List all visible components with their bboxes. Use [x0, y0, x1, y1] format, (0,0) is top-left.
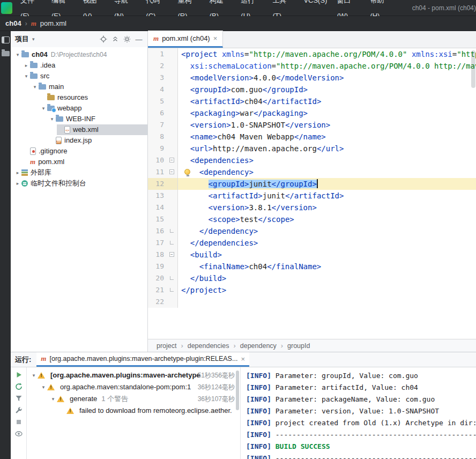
tree-item-web-inf[interactable]: ▾WEB-INF: [48, 114, 147, 124]
code-text[interactable]: <url>http://maven.apache.org</url>: [178, 143, 476, 154]
chevron-down-icon[interactable]: ▾: [40, 381, 47, 393]
code-text[interactable]: <artifactId>ch04</artifactId>: [178, 95, 476, 107]
filter-icon[interactable]: [14, 394, 23, 403]
code-token: <scope>: [209, 215, 240, 224]
run-icon[interactable]: [14, 371, 23, 379]
code-text[interactable]: <dependency>: [178, 166, 476, 178]
stop-icon[interactable]: [14, 418, 23, 426]
navigation-bar: ch04 › m pom.xml: [0, 16, 476, 31]
code-line-6: 6 <packaging>war</packaging>: [148, 107, 476, 119]
breadcrumb-project[interactable]: ch04: [5, 19, 21, 27]
fold-gutter: [167, 143, 178, 154]
run-tree-item-org-apache-maven-plugins-maven[interactable]: ▾![org.apache.maven.plugins:maven-archet…: [27, 369, 240, 381]
code-text[interactable]: xsi:schemaLocation="http://maven.apache.…: [178, 60, 476, 72]
maven-settings-icon[interactable]: [14, 406, 23, 414]
code-text[interactable]: [178, 296, 476, 308]
fold-gutter: [167, 119, 178, 131]
chevron-right-icon[interactable]: ▸: [14, 167, 21, 178]
tree-item-label: pom.xml: [38, 157, 64, 167]
close-icon[interactable]: ×: [213, 34, 218, 42]
run-tree-item-generate[interactable]: ▾!generate1 个警告36秒107毫秒: [27, 393, 240, 405]
tree-item-gitignore[interactable]: .gitignore: [23, 146, 147, 157]
tree-item-webapp[interactable]: ▾webapp: [40, 103, 147, 114]
fold-collapse-icon[interactable]: −: [169, 252, 174, 257]
breadcrumb-groupid[interactable]: groupId: [287, 342, 310, 350]
code-text[interactable]: </project>: [178, 284, 476, 296]
chevron-down-icon[interactable]: ▾: [49, 393, 57, 405]
code-text[interactable]: <scope>test</scope>: [178, 213, 476, 225]
code-token: <groupId>: [190, 85, 231, 94]
editor-tab-pom[interactable]: m pom.xml (ch04) ×: [148, 31, 223, 48]
code-text[interactable]: <name>ch04 Maven Webapp</name>: [178, 131, 476, 143]
project-panel-title[interactable]: 项目: [15, 34, 29, 44]
hide-panel-button[interactable]: —: [135, 35, 143, 43]
tree-item-resources[interactable]: resources: [40, 92, 147, 103]
code-text[interactable]: <groupId>junit</groupId>: [178, 178, 476, 190]
code-text[interactable]: </build>: [178, 272, 476, 284]
run-console[interactable]: [INFO] Parameter: groupId, Value: com.gu…: [240, 367, 476, 459]
code-text[interactable]: <project xmlns="http://maven.apache.org/…: [178, 48, 476, 60]
run-tree-item-failed-to-download-from-remote[interactable]: !failed to download from remoteorg.eclip…: [27, 405, 240, 417]
tree-item-idea[interactable]: ▸.idea: [23, 60, 147, 71]
intention-bulb-icon[interactable]: [184, 169, 190, 175]
chevron-down-icon[interactable]: ▾: [14, 49, 21, 60]
code-text[interactable]: <artifactId>junit</artifactId>: [178, 190, 476, 202]
fold-marker[interactable]: [167, 272, 178, 284]
fold-marker[interactable]: −: [167, 166, 178, 178]
code-text[interactable]: <version>1.0-SNAPSHOT</version>: [178, 119, 476, 131]
tree-item-web-xml[interactable]: web.xml: [57, 124, 147, 135]
chevron-down-icon[interactable]: ▾: [32, 36, 35, 42]
folder-resources-icon: [47, 95, 55, 100]
tree-item-src[interactable]: ▾src: [23, 71, 147, 82]
breadcrumb-dependencies[interactable]: dependencies: [188, 342, 229, 350]
chevron-down-icon[interactable]: ▾: [31, 82, 39, 92]
fold-marker[interactable]: −: [167, 154, 178, 166]
run-tree-item-org-apache-maven-standalone-po[interactable]: ▾!org.apache.maven:standalone-pom:pom:13…: [27, 381, 240, 393]
code-text[interactable]: <modelVersion>4.0.0</modelVersion>: [178, 72, 476, 84]
fold-marker[interactable]: [167, 284, 178, 296]
fold-gutter: [167, 107, 178, 119]
code-text[interactable]: </dependency>: [178, 225, 476, 237]
fold-marker[interactable]: −: [167, 249, 178, 261]
folder-toolwindow-icon[interactable]: [2, 51, 10, 56]
code-text[interactable]: <version>3.8.1</version>: [178, 202, 476, 213]
tree-item-外部库[interactable]: ▸外部库: [14, 167, 147, 178]
fold-marker[interactable]: [167, 237, 178, 249]
code-text[interactable]: <dependencies>: [178, 154, 476, 166]
chevron-down-icon[interactable]: ▾: [30, 369, 38, 381]
run-tab[interactable]: m [org.apache.maven.plugins:maven-archet…: [36, 352, 249, 367]
fold-collapse-icon[interactable]: −: [169, 169, 174, 174]
chevron-down-icon[interactable]: ▾: [40, 103, 47, 114]
fold-gutter: [167, 84, 178, 95]
close-icon[interactable]: ×: [241, 355, 245, 363]
code-text[interactable]: <groupId>com.guo</groupId>: [178, 84, 476, 95]
breadcrumb-dependency[interactable]: dependency: [240, 342, 277, 350]
tree-item-pom-xml[interactable]: mpom.xml: [23, 157, 147, 167]
chevron-down-icon[interactable]: ▾: [48, 114, 56, 124]
rerun-maven-icon[interactable]: [14, 382, 23, 391]
chevron-right-icon[interactable]: ▸: [23, 60, 30, 71]
locate-button[interactable]: [99, 35, 108, 43]
code-token: <url>: [190, 144, 213, 153]
code-text[interactable]: <packaging>war</packaging>: [178, 107, 476, 119]
fold-collapse-icon[interactable]: −: [169, 158, 174, 162]
code-text[interactable]: </dependencies>: [178, 237, 476, 249]
breadcrumb-project[interactable]: project: [157, 342, 177, 350]
chevron-down-icon[interactable]: ▾: [23, 71, 30, 82]
folder-icon: [39, 84, 46, 90]
collapse-all-button[interactable]: [111, 35, 120, 43]
code-editor[interactable]: 1<project xmlns="http://maven.apache.org…: [148, 48, 476, 339]
tree-item-ch04[interactable]: ▾ch04D:\Project\test\ch04: [14, 49, 147, 60]
settings-icon[interactable]: [123, 35, 131, 43]
code-text[interactable]: <finalName>ch04</finalName>: [178, 261, 476, 272]
tree-item-临时文件和控制台[interactable]: ▸临时文件和控制台: [14, 178, 147, 189]
code-text[interactable]: <build>: [178, 249, 476, 261]
breadcrumb-file[interactable]: pom.xml: [40, 19, 66, 27]
tree-item-index-jsp[interactable]: index.jsp: [48, 135, 147, 146]
chevron-right-icon[interactable]: ▸: [14, 178, 21, 189]
tree-item-main[interactable]: ▾main: [31, 82, 147, 92]
show-passed-icon[interactable]: [14, 430, 23, 438]
fold-marker[interactable]: [167, 225, 178, 237]
project-toolwindow-icon[interactable]: [2, 36, 10, 43]
line-number: 17: [148, 237, 167, 249]
